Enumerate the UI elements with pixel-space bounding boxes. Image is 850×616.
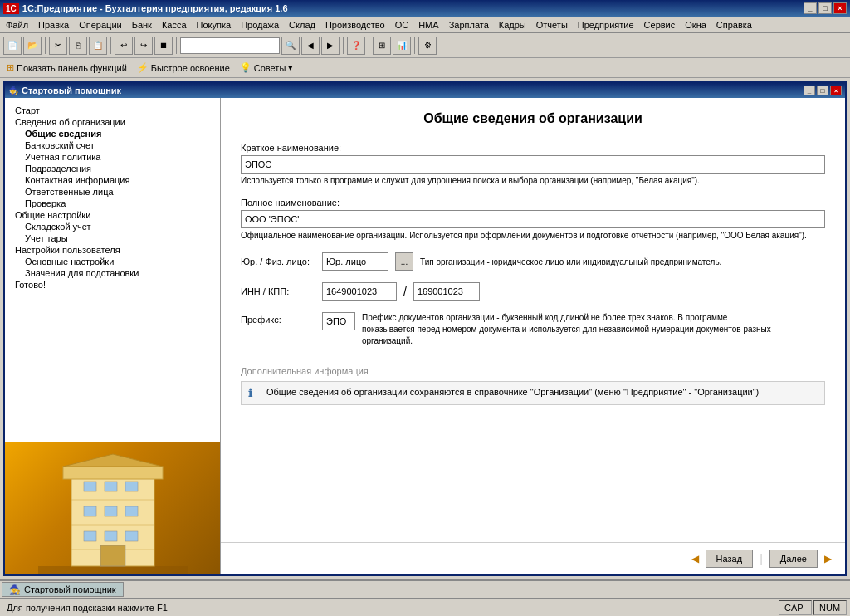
nav-check[interactable]: Проверка (12, 198, 213, 209)
left-image (5, 442, 221, 574)
next-button[interactable]: Далее (769, 550, 818, 568)
toolbar-search-input[interactable] (180, 37, 280, 54)
menu-sales[interactable]: Продажа (237, 18, 283, 32)
menu-help[interactable]: Справка (712, 18, 756, 32)
separator (241, 359, 825, 359)
toolbar-undo-btn[interactable]: ↩ (115, 37, 133, 55)
prefix-input[interactable] (322, 312, 355, 330)
toolbar-stop-btn[interactable]: ⏹ (154, 37, 173, 55)
nav-main-settings[interactable]: Основные настройки (12, 256, 213, 267)
nav-substitution[interactable]: Значения для подстановки (12, 267, 213, 279)
wizard-title-bar: 🧙 Стартовый помощник _ □ × (5, 83, 845, 98)
short-name-input[interactable] (241, 155, 825, 174)
toolbar-search-prev-btn[interactable]: ◀ (301, 37, 320, 55)
wizard-close-btn[interactable]: × (830, 86, 842, 95)
svg-rect-6 (105, 482, 117, 491)
menu-edit[interactable]: Правка (34, 18, 73, 32)
menu-windows[interactable]: Окна (681, 18, 711, 32)
next-btn-label: Далее (780, 554, 807, 564)
svg-rect-5 (84, 482, 96, 491)
menu-operations[interactable]: Операции (75, 18, 125, 32)
nav-general[interactable]: Общие сведения (12, 128, 213, 139)
toolbar-open-btn[interactable]: 📂 (23, 37, 42, 55)
legal-type-btn[interactable]: ... (395, 252, 413, 271)
kpp-input[interactable] (413, 282, 480, 301)
nav-policy[interactable]: Учетная политика (12, 151, 213, 163)
quickbar-tips-btn[interactable]: 💡 Советы ▾ (237, 61, 296, 75)
quickbar-panel-btn[interactable]: ⊞ Показать панель функций (3, 61, 130, 75)
nav-user-settings[interactable]: Настройки пользователя (12, 244, 213, 256)
menu-file[interactable]: Файл (2, 18, 32, 32)
menu-nma[interactable]: НМА (414, 18, 442, 32)
status-hint: Для получения подсказки нажмите F1 (3, 603, 779, 613)
app-title-controls: _ □ × (804, 2, 847, 14)
bulb-icon: 💡 (240, 62, 252, 73)
menu-purchase[interactable]: Покупка (193, 18, 236, 32)
toolbar-chart-btn[interactable]: 📊 (393, 37, 411, 55)
nav-divisions[interactable]: Подразделения (12, 163, 213, 174)
menu-enterprise[interactable]: Предприятие (574, 18, 638, 32)
toolbar-redo-btn[interactable]: ↪ (134, 37, 153, 55)
menu-hr[interactable]: Кадры (495, 18, 530, 32)
toolbar-grid-btn[interactable]: ⊞ (373, 37, 391, 55)
nav-separator: | (760, 552, 763, 565)
legal-type-row: Юр. / Физ. лицо: ... Тип организации - ю… (241, 252, 825, 271)
wizard-restore-btn[interactable]: □ (817, 86, 828, 95)
toolbar-new-btn[interactable]: 📄 (3, 37, 22, 55)
nav-org-info[interactable]: Сведения об организации (12, 116, 213, 128)
inn-input[interactable] (322, 282, 397, 301)
app-title-bar: 1С 1С:Предприятие - Бухгалтерия предприя… (0, 0, 850, 17)
menu-reports[interactable]: Отчеты (532, 18, 572, 32)
toolbar-cut-btn[interactable]: ✂ (49, 37, 67, 55)
dropdown-icon: ▾ (288, 62, 293, 73)
menu-bank[interactable]: Банк (128, 18, 156, 32)
wizard-minimize-btn[interactable]: _ (804, 86, 815, 95)
svg-rect-8 (84, 506, 96, 516)
inn-kpp-label: ИНН / КПП: (241, 286, 315, 296)
toolbar-paste-btn[interactable]: 📋 (89, 37, 107, 55)
nav-responsible[interactable]: Ответственные лица (12, 186, 213, 198)
app-close-btn[interactable]: × (833, 2, 847, 14)
app-minimize-btn[interactable]: _ (804, 2, 817, 14)
wizard-controls: _ □ × (804, 86, 842, 95)
building-illustration (38, 450, 188, 574)
nav-done[interactable]: Готово! (12, 279, 213, 291)
nav-general-settings[interactable]: Общие настройки (12, 209, 213, 221)
nav-warehouse[interactable]: Складской учет (12, 221, 213, 232)
menu-service[interactable]: Сервис (640, 18, 680, 32)
full-name-input[interactable] (241, 210, 825, 228)
menu-warehouse[interactable]: Склад (285, 18, 320, 32)
toolbar-search-next-btn[interactable]: ▶ (321, 37, 340, 55)
app-restore-btn[interactable]: □ (818, 2, 832, 14)
info-title: Дополнительная информация (241, 366, 825, 376)
toolbar-copy-btn[interactable]: ⎘ (69, 37, 87, 55)
toolbar-help-btn[interactable]: ❓ (347, 37, 365, 55)
toolbar-search-btn[interactable]: 🔍 (281, 37, 300, 55)
info-text: Общие сведения об организации сохраняютс… (266, 387, 759, 397)
toolbar-settings-btn[interactable]: ⚙ (418, 37, 437, 55)
quick-bar: ⊞ Показать панель функций ⚡ Быстрое осво… (0, 58, 850, 78)
quickbar-quick-label: Быстрое освоение (151, 63, 230, 73)
quickbar-tips-label: Советы (254, 63, 286, 73)
menu-production[interactable]: Производство (321, 18, 389, 32)
menu-kassa[interactable]: Касса (158, 18, 191, 32)
toolbar-sep5 (369, 37, 369, 54)
svg-rect-13 (125, 531, 138, 541)
info-section: Дополнительная информация ℹ Общие сведен… (241, 366, 825, 405)
quickbar-quick-btn[interactable]: ⚡ Быстрое освоение (134, 61, 233, 75)
nav-contacts[interactable]: Контактная информация (12, 174, 213, 186)
back-button[interactable]: Назад (706, 550, 754, 568)
legal-type-input[interactable] (322, 252, 388, 271)
nav-containers[interactable]: Учет тары (12, 232, 213, 244)
page-title: Общие сведения об организации (241, 111, 825, 126)
wizard-title-text: Стартовый помощник (22, 86, 121, 95)
legal-type-hint: Тип организации - юридическое лицо или и… (420, 257, 721, 266)
menu-salary[interactable]: Зарплата (445, 18, 493, 32)
nav-bank[interactable]: Банковский счет (12, 139, 213, 151)
taskbar-wizard-item[interactable]: 🧙 Стартовый помощник (2, 582, 124, 597)
nav-start[interactable]: Старт (12, 105, 213, 116)
inn-kpp-separator: / (403, 285, 407, 298)
short-name-hint: Используется только в программе и служит… (241, 175, 825, 186)
menu-os[interactable]: ОС (391, 18, 413, 32)
nav-buttons: ◀ Назад | Далее ▶ (221, 542, 845, 574)
